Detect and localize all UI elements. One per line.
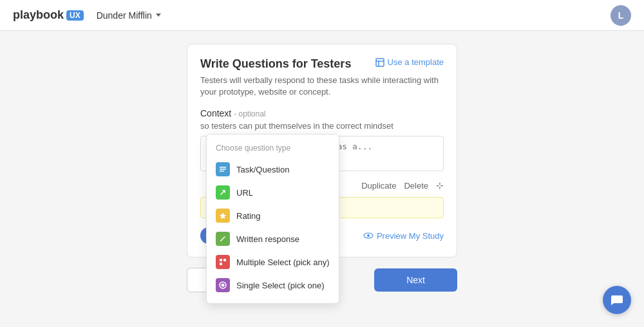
written-response-label: Written response (236, 234, 299, 244)
svg-rect-10 (223, 259, 226, 261)
chevron-down-icon (156, 14, 161, 17)
chat-button[interactable] (603, 286, 631, 314)
logo: playbook UX (13, 8, 84, 22)
company-name: Dunder Mifflin (97, 10, 152, 21)
singleselect-icon (216, 278, 230, 292)
multiselect-icon (216, 255, 230, 269)
context-label: Context - optional (200, 108, 444, 118)
question-type-dropdown: Choose question type Task/Question URL R… (206, 134, 339, 304)
svg-point-13 (222, 284, 225, 287)
singleselect-label: Single Select (pick one) (236, 281, 325, 290)
url-icon (216, 185, 230, 200)
dropdown-item-url[interactable]: URL (207, 181, 339, 204)
template-link-text: Use a template (388, 57, 444, 67)
header-left: playbook UX Dunder Mifflin (13, 8, 161, 22)
rating-label: Rating (236, 211, 261, 221)
preview-label: Preview My Study (377, 231, 444, 241)
dropdown-item-singleselect[interactable]: Single Select (pick one) (207, 274, 339, 297)
svg-point-4 (367, 234, 370, 237)
dropdown-title: Choose question type (207, 141, 339, 158)
main-area: Use a template Write Questions for Teste… (0, 31, 644, 327)
logo-text: playbook (13, 8, 64, 22)
eye-icon (363, 230, 374, 241)
task-icon (216, 162, 230, 176)
svg-rect-11 (220, 263, 222, 265)
logo-ux: UX (66, 10, 84, 21)
svg-rect-0 (376, 59, 384, 66)
dropdown-item-multiselect[interactable]: Multiple Select (pick any) (207, 250, 339, 274)
preview-link[interactable]: Preview My Study (363, 230, 444, 241)
avatar[interactable]: L (611, 5, 631, 26)
dropdown-item-task[interactable]: Task/Question (207, 158, 339, 181)
task-question-label: Task/Question (236, 165, 289, 174)
header: playbook UX Dunder Mifflin L (0, 0, 644, 31)
rating-icon (216, 209, 230, 223)
dropdown-item-rating[interactable]: Rating (207, 204, 339, 227)
svg-rect-6 (220, 169, 226, 170)
delete-link[interactable]: Delete (404, 181, 428, 191)
svg-rect-5 (220, 167, 226, 168)
multiselect-label: Multiple Select (pick any) (236, 257, 330, 267)
url-label: URL (236, 188, 253, 198)
written-icon (216, 232, 230, 246)
next-button[interactable]: Next (374, 268, 457, 292)
svg-rect-7 (220, 171, 224, 172)
svg-marker-8 (220, 212, 226, 219)
dropdown-item-written[interactable]: Written response (207, 227, 339, 250)
template-icon (375, 58, 384, 67)
drag-icon: ⊹ (436, 180, 444, 191)
duplicate-link[interactable]: Duplicate (361, 181, 396, 191)
company-selector[interactable]: Dunder Mifflin (97, 10, 161, 21)
use-template-link[interactable]: Use a template (375, 57, 444, 67)
context-optional: - optional (234, 109, 265, 118)
context-description: so testers can put themselves in the cor… (200, 121, 444, 131)
svg-rect-9 (220, 259, 222, 261)
page-subtitle: Testers will verbally respond to these t… (200, 75, 444, 98)
chat-icon (610, 293, 624, 307)
